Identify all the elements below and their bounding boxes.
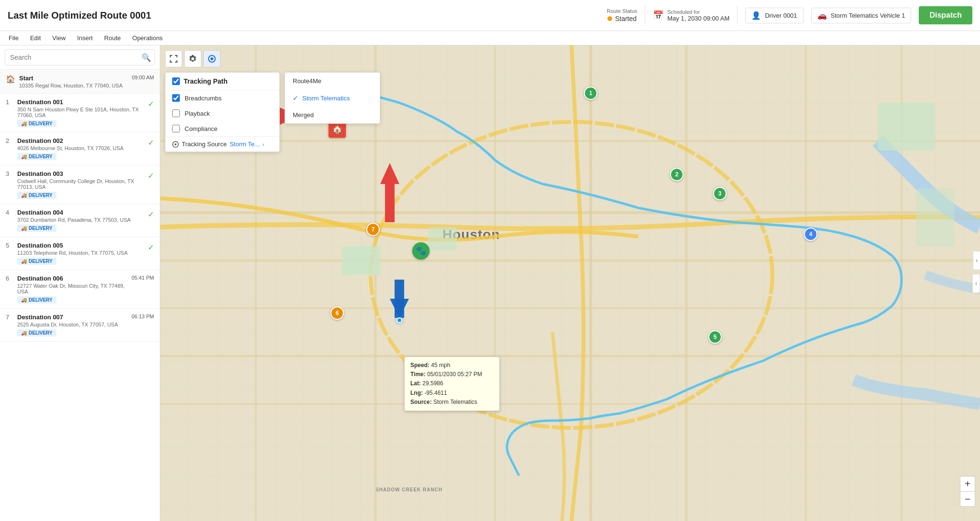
delivery-badge-2: 🚚 DELIVERY [17,153,56,160]
stop-address-start: 10335 Regal Row, Houston, TX 77040, USA [19,83,128,88]
header-divider-2 [737,6,738,25]
driver-icon: 👤 [751,11,761,20]
marker-circle-2: 2 [670,168,683,181]
dispatch-button[interactable]: Dispatch [919,6,972,24]
zoom-in-button[interactable]: + [960,476,975,491]
search-bar: 🔍 [0,45,160,70]
stop-start[interactable]: 🏠 Start 10335 Regal Row, Houston, TX 770… [0,70,160,94]
fullscreen-button[interactable] [165,50,182,67]
sidebar: 🔍 🏠 Start 10335 Regal Row, Houston, TX 7… [0,45,160,521]
stop-right-7: 06:13 PM [132,314,154,319]
breadcrumbs-row: Breadcrumbs [165,90,279,106]
map-container[interactable]: Tracking Path Breadcrumbs Playback Compl… [160,45,980,521]
vehicle-dot [396,317,402,323]
vehicle-section[interactable]: 🚗 Storm Telematics Vehicle 1 [811,8,912,23]
marker-6[interactable]: 6 [330,306,344,320]
merged-label: Merged [293,111,314,119]
marker-5[interactable]: 5 [708,330,722,344]
menu-view[interactable]: View [51,33,66,43]
marker-7[interactable]: 7 [366,223,380,236]
calendar-icon: 📅 [653,10,663,21]
menu-file[interactable]: File [8,33,20,43]
stop-name-1: Destination 001 [17,98,144,106]
stop-name-5: Destination 005 [17,242,144,249]
tracking-toggle-button[interactable] [203,50,220,67]
menu-operations[interactable]: Operations [132,33,164,43]
source-storm-telematics[interactable]: ✓ Storm Telematics [285,89,380,107]
marker-3[interactable]: 3 [713,187,727,200]
menu-edit[interactable]: Edit [29,33,42,43]
tooltip-source: Source: Storm Telematics [410,398,494,407]
marker-zoo[interactable]: 🐾 [412,242,429,260]
stop-time-7: 06:13 PM [132,314,154,319]
driver-section[interactable]: 👤 Driver 0001 [745,8,803,23]
status-dot [607,16,612,21]
fullscreen-icon [169,54,178,63]
tracking-source-row[interactable]: Tracking Source Storm Te... › [165,136,279,152]
tracking-panel: Tracking Path Breadcrumbs Playback Compl… [165,72,280,152]
stop-7[interactable]: 7 Destination 007 2525 Augusta Dr, Houst… [0,309,160,342]
storm-telematics-label: Storm Telematics [302,95,350,102]
stop-right-6: 05:41 PM [132,275,154,281]
tracking-panel-title: Tracking Path [184,77,228,85]
scheduled-label: Scheduled for [667,9,729,15]
truck-icon-4: 🚚 [21,226,27,231]
map-toolbar [165,50,220,67]
marker-circle-5: 5 [708,330,722,344]
search-wrapper: 🔍 [5,49,155,65]
delivery-badge-5: 🚚 DELIVERY [17,258,56,265]
stop-4[interactable]: 4 Destination 004 3702 Dumbarton Rd, Pas… [0,204,160,237]
marker-circle-7: 7 [366,223,380,236]
stop-name-7: Destination 007 [17,314,128,321]
stop-num-6: 6 [6,275,13,282]
route4me-label: Route4Me [293,77,321,85]
zoom-out-button[interactable]: − [960,491,975,507]
menu-route[interactable]: Route [103,33,122,43]
tracking-path-checkbox[interactable] [172,77,180,85]
search-input[interactable] [5,49,155,65]
playback-checkbox[interactable] [172,109,180,117]
compliance-row: Compliance [165,121,279,136]
stop-6[interactable]: 6 Destination 006 12727 Water Oak Dr, Mi… [0,270,160,309]
stop-content-start: Start 10335 Regal Row, Houston, TX 77040… [19,75,128,88]
stop-right-start: 09:00 AM [132,75,154,80]
menu-insert[interactable]: Insert [76,33,94,43]
delivery-badge-6: 🚚 DELIVERY [17,296,56,304]
marker-2[interactable]: 2 [670,168,683,181]
source-merged[interactable]: Merged [285,107,380,123]
source-route4me[interactable]: Route4Me [285,73,380,89]
stop-content-4: Destination 004 3702 Dumbarton Rd, Pasad… [17,209,144,232]
stop-3[interactable]: 3 Destination 003 Codwell Hall, Communit… [0,165,160,204]
map-collapse-button[interactable]: ‹ [972,274,980,293]
stop-addr-4: 3702 Dumbarton Rd, Pasadena, TX 77503, U… [17,217,144,223]
stop-content-7: Destination 007 2525 Augusta Dr, Houston… [17,314,128,336]
breadcrumbs-checkbox[interactable] [172,94,180,102]
tracking-source-value[interactable]: Storm Te... [230,141,260,148]
stop-num-3: 3 [6,170,13,177]
svg-point-25 [210,57,213,60]
stop-num-2: 2 [6,137,13,144]
marker-circle-4: 4 [804,228,817,241]
stop-name-3: Destination 003 [17,170,144,177]
stop-addr-1: 350 N Sam Houston Pkwy E Ste 101A, Houst… [17,107,144,118]
settings-button[interactable] [184,50,201,67]
stop-5[interactable]: 5 Destination 005 11203 Telephone Rd, Ho… [0,237,160,270]
tooltip-time: Time: 05/01/2030 05:27 PM [410,370,494,379]
marker-1[interactable]: 1 [584,87,597,100]
stop-2[interactable]: 2 Destination 002 4026 Melbourne St, Hou… [0,132,160,165]
search-icon[interactable]: 🔍 [142,53,151,62]
vehicle-label: Storm Telematics Vehicle 1 [831,12,905,19]
stop-content-3: Destination 003 Codwell Hall, Community … [17,170,144,199]
compliance-checkbox[interactable] [172,125,180,132]
stop-addr-3: Codwell Hall, Community College Dr, Hous… [17,178,144,190]
truck-icon-2: 🚚 [21,154,27,159]
shadow-creek-label: SHADOW CREEK RANCH [375,487,442,492]
chevron-right-icon: › [263,141,264,147]
stop-addr-2: 4026 Melbourne St, Houston, TX 77026, US… [17,145,144,151]
check-icon-1: ✓ [148,98,154,109]
check-icon-3: ✓ [148,170,154,180]
stop-1[interactable]: 1 Destination 001 350 N Sam Houston Pkwy… [0,94,160,132]
stop-right-1: ✓ [148,98,154,109]
check-icon-4: ✓ [148,209,154,219]
marker-4[interactable]: 4 [804,228,817,241]
